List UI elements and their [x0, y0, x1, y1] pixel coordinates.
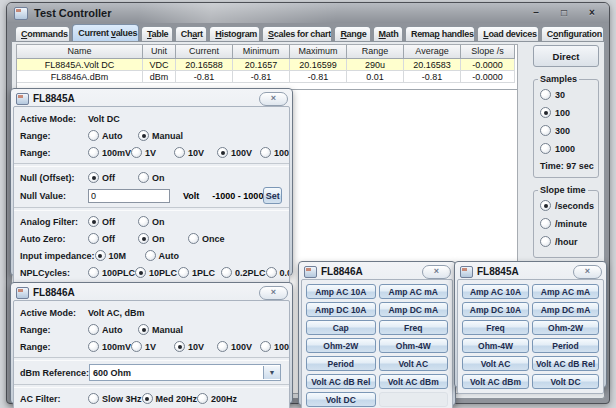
radio-option[interactable]: Med 20Hz — [142, 393, 198, 404]
radio-option[interactable]: 0.02PLC — [266, 267, 290, 278]
radio-option[interactable]: Once — [188, 233, 238, 244]
radio-option[interactable]: 10M — [95, 250, 145, 261]
radio-option[interactable]: 200Hz — [197, 393, 240, 404]
radio-option[interactable]: 10V — [174, 147, 217, 158]
null-value-input[interactable] — [88, 189, 170, 203]
radio-option[interactable]: 1V — [131, 341, 174, 352]
samples-radio-option[interactable]: 100 — [540, 107, 592, 118]
function-button[interactable]: Volt AC — [379, 356, 449, 371]
frame-title-bar[interactable]: FL8845A × — [13, 91, 290, 106]
radio-option[interactable]: Off — [88, 233, 138, 244]
tab[interactable]: Table — [141, 26, 173, 41]
radio-option[interactable]: Auto — [88, 324, 138, 335]
radio-option[interactable]: 100PLC — [88, 267, 135, 278]
function-button[interactable]: Amp AC mA — [532, 284, 599, 299]
radio-option[interactable]: 1PLC — [178, 267, 221, 278]
radio-option[interactable]: Off — [88, 172, 138, 183]
radio-option[interactable]: Manual — [138, 130, 188, 141]
column-header[interactable]: Range — [347, 45, 404, 59]
radio-option[interactable]: Off — [88, 216, 138, 227]
tab[interactable]: Math — [373, 26, 403, 41]
radio-option[interactable]: 100V — [217, 341, 260, 352]
function-button[interactable]: Volt AC dB Rel — [306, 374, 376, 389]
tab[interactable]: Current values — [72, 24, 139, 41]
function-button[interactable]: Amp DC 10A — [306, 302, 376, 317]
radio-option[interactable]: 10PLC — [135, 267, 178, 278]
radio-option[interactable]: 1000V — [260, 341, 290, 352]
function-button[interactable]: Amp AC 10A — [462, 284, 529, 299]
radio-option[interactable]: Manual — [138, 324, 188, 335]
column-header[interactable]: Name — [17, 45, 143, 59]
radio-option[interactable]: 10V — [174, 341, 217, 352]
chevron-down-icon[interactable]: ▼ — [263, 366, 280, 379]
radio-option[interactable]: Slow 3Hz — [88, 393, 142, 404]
frame-title-bar[interactable]: FL8846A × — [301, 264, 453, 279]
slope-radio-option[interactable]: /hour — [540, 236, 592, 247]
frame-close-button[interactable]: × — [573, 265, 602, 279]
tab[interactable]: Commands — [15, 26, 70, 41]
function-button[interactable]: Amp DC 10A — [462, 302, 529, 317]
column-header[interactable]: Average — [404, 45, 461, 59]
tab[interactable]: Range — [334, 26, 370, 41]
tab[interactable]: Scales for chart — [262, 26, 332, 41]
frame-title-bar[interactable]: FL8845A × — [457, 264, 604, 279]
function-button[interactable]: Freq — [462, 320, 529, 335]
function-button[interactable]: Volt DC — [306, 392, 376, 407]
radio-option[interactable]: 1V — [131, 147, 174, 158]
function-button[interactable]: Amp AC 10A — [306, 284, 376, 299]
function-button[interactable]: Amp DC mA — [379, 302, 449, 317]
radio-option[interactable]: Auto — [145, 250, 195, 261]
column-header[interactable]: Maximum — [290, 45, 347, 59]
function-button[interactable]: Ohm-2W — [532, 320, 599, 335]
close-icon[interactable]: × — [585, 6, 599, 20]
direct-button[interactable]: Direct — [533, 45, 599, 67]
function-button[interactable]: Volt AC — [462, 356, 529, 371]
set-button[interactable]: Set — [263, 187, 282, 204]
function-button[interactable]: Amp AC mA — [379, 284, 449, 299]
frame-close-button[interactable]: × — [422, 265, 451, 279]
dbm-reference-select[interactable]: 600 Ohm ▼ — [89, 364, 281, 381]
title-bar[interactable]: Test Controller – □ × — [7, 3, 609, 23]
function-button[interactable]: Volt AC dBm — [462, 374, 529, 389]
column-header[interactable]: Current — [176, 45, 233, 59]
slope-radio-option[interactable]: /minute — [540, 218, 592, 229]
radio-option[interactable]: 100mV — [88, 341, 131, 352]
frame-close-button[interactable]: × — [259, 92, 288, 106]
frame-title-bar[interactable]: FL8846A × — [13, 285, 290, 300]
function-button[interactable]: Volt DC — [532, 374, 599, 389]
column-header[interactable]: Unit — [143, 45, 176, 59]
function-button[interactable]: Volt AC dBm — [379, 374, 449, 389]
maximize-icon[interactable]: □ — [557, 6, 571, 20]
radio-option[interactable]: 0.2PLC — [221, 267, 266, 278]
function-button[interactable]: Volt AC dB Rel — [532, 356, 599, 371]
function-button[interactable]: Freq — [379, 320, 449, 335]
radio-option[interactable]: Auto — [88, 130, 138, 141]
tab[interactable]: Configuration — [541, 26, 604, 41]
radio-option[interactable]: 100mV — [88, 147, 131, 158]
samples-radio-option[interactable]: 30 — [540, 89, 592, 100]
function-button[interactable]: Ohm-4W — [462, 338, 529, 353]
radio-option[interactable]: 100V — [217, 147, 260, 158]
function-button[interactable]: Amp DC mA — [532, 302, 599, 317]
tab[interactable]: Chart — [175, 26, 207, 41]
frame-close-button[interactable]: × — [259, 286, 288, 300]
radio-option[interactable]: On — [138, 172, 188, 183]
minimize-icon[interactable]: – — [529, 6, 543, 20]
function-button[interactable]: Ohm-2W — [306, 338, 376, 353]
tab[interactable]: Remap handles — [405, 26, 475, 41]
column-header[interactable]: Minimum — [233, 45, 290, 59]
function-button[interactable]: Ohm-4W — [379, 338, 449, 353]
radio-option[interactable]: On — [138, 216, 188, 227]
function-button[interactable]: Cap — [306, 320, 376, 335]
tab[interactable]: Load devices — [477, 26, 539, 41]
samples-radio-option[interactable]: 300 — [540, 125, 592, 136]
table-row[interactable]: FL8846A.dBm dBm -0.81 -0.81 -0.81 0.01 — [17, 71, 517, 83]
samples-radio-option[interactable]: 1000 — [540, 143, 592, 154]
slope-radio-option[interactable]: /seconds — [540, 200, 592, 211]
table-row[interactable]: FL8845A.Volt DC VDC 20.16588 20.1657 20.… — [17, 59, 517, 71]
function-button[interactable]: Period — [532, 338, 599, 353]
tab[interactable]: Histogram — [209, 26, 260, 41]
column-header[interactable]: Slope /s — [461, 45, 515, 59]
radio-option[interactable]: 1000V — [260, 147, 290, 158]
radio-option[interactable]: On — [138, 233, 188, 244]
